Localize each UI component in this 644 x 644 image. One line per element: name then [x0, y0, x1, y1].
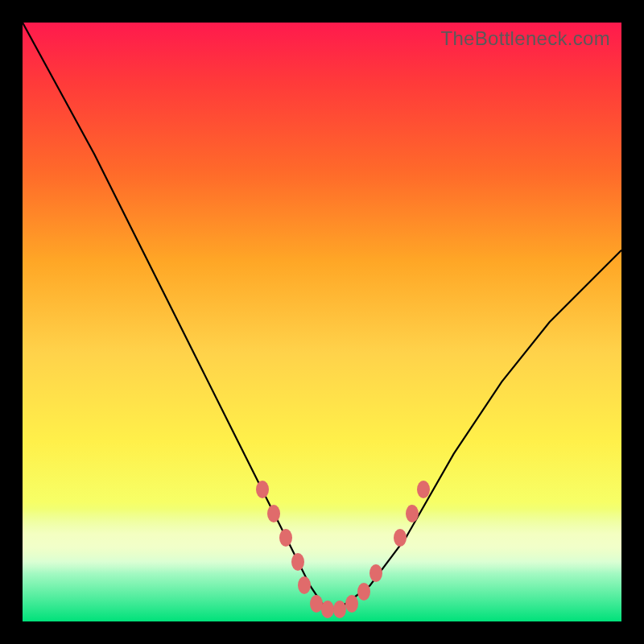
- curve-layer: [23, 23, 621, 621]
- curve-marker: [394, 529, 407, 547]
- curve-marker: [279, 529, 292, 547]
- curve-marker: [256, 481, 269, 498]
- curve-marker: [417, 481, 430, 498]
- plot-area: TheBottleneck.com: [23, 23, 621, 621]
- chart-frame: TheBottleneck.com: [0, 0, 644, 644]
- curve-marker: [406, 505, 419, 522]
- curve-marker: [345, 595, 358, 613]
- curve-marker: [321, 601, 334, 618]
- bottleneck-curve: [23, 23, 621, 609]
- curve-marker: [267, 505, 280, 522]
- curve-marker: [310, 595, 323, 613]
- curve-marker: [357, 583, 370, 601]
- curve-marker: [298, 576, 311, 594]
- curve-marker: [369, 564, 382, 582]
- curve-marker: [291, 553, 304, 571]
- watermark-text: TheBottleneck.com: [440, 27, 610, 50]
- curve-marker: [333, 601, 346, 618]
